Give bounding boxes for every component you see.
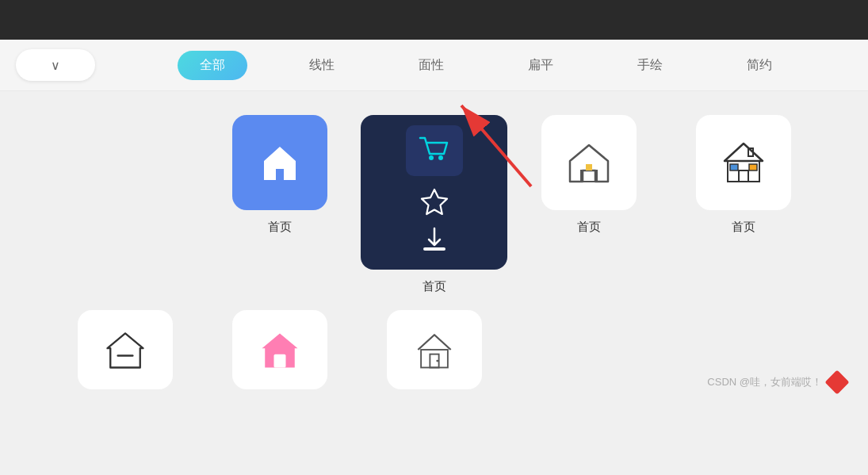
svg-rect-7 <box>586 164 592 170</box>
svg-rect-3 <box>423 247 445 251</box>
list-item[interactable] <box>48 310 202 389</box>
tab-linear[interactable]: 线性 <box>287 51 357 80</box>
svg-rect-11 <box>730 164 738 170</box>
icon-box-outline-home <box>541 115 637 210</box>
content-area: 首页 <box>0 91 868 405</box>
top-bar <box>0 0 868 40</box>
download-icon <box>419 224 450 255</box>
svg-rect-15 <box>273 354 285 368</box>
icon-box-dark-popup: 首页 <box>361 115 507 270</box>
icon-label: 首页 <box>423 279 446 294</box>
home-outline-icon <box>564 137 614 188</box>
icon-box-home-door <box>387 310 482 389</box>
svg-point-1 <box>438 155 443 160</box>
svg-rect-16 <box>421 350 448 368</box>
svg-point-18 <box>436 360 438 362</box>
svg-marker-8 <box>725 144 763 161</box>
icon-box-home-minus <box>78 310 173 389</box>
icon-label: 首页 <box>732 220 755 235</box>
icon-label: 首页 <box>577 220 601 235</box>
svg-point-0 <box>429 155 434 160</box>
icon-label: 首页 <box>268 220 292 235</box>
list-item <box>511 310 666 389</box>
tab-solid[interactable]: 面性 <box>396 51 466 80</box>
tab-handdrawn[interactable]: 手绘 <box>615 51 685 80</box>
list-item <box>48 115 202 294</box>
chevron-down-icon: ∨ <box>51 58 60 73</box>
svg-rect-10 <box>739 170 748 182</box>
cart-icon <box>417 132 452 167</box>
tab-all[interactable]: 全部 <box>178 51 247 80</box>
icon-box-home-pink <box>232 310 327 389</box>
home-door-icon <box>409 326 460 373</box>
watermark-area: CSDN @哇，女前端哎！ <box>707 373 846 391</box>
list-item[interactable] <box>357 310 511 389</box>
list-item[interactable]: 首页 <box>666 115 820 294</box>
dropdown-button[interactable]: ∨ <box>16 49 95 81</box>
icon-box-colored-home <box>696 115 791 210</box>
home-icon <box>256 139 304 186</box>
home-pink-icon <box>254 326 305 373</box>
watermark-text: CSDN @哇，女前端哎！ <box>707 375 822 389</box>
home-minus-icon <box>100 326 151 373</box>
svg-marker-2 <box>422 190 447 214</box>
icon-box-blue-home <box>232 115 327 210</box>
home-colored-icon <box>718 137 769 188</box>
list-item[interactable]: 首页 <box>511 115 666 294</box>
icon-grid-row2 <box>0 310 868 405</box>
list-item[interactable]: 首页 <box>202 115 357 294</box>
filter-bar: ∨ 全部 线性 面性 扁平 手绘 简约 <box>0 40 868 91</box>
red-diamond-icon <box>824 370 849 394</box>
tab-flat[interactable]: 扁平 <box>506 51 575 80</box>
svg-rect-12 <box>749 164 757 170</box>
star-icon <box>419 186 450 218</box>
list-item[interactable]: 首页 首页 <box>357 115 511 294</box>
tab-simple[interactable]: 简约 <box>725 51 794 80</box>
list-item[interactable] <box>202 310 357 389</box>
icon-grid-row1: 首页 <box>0 91 868 310</box>
filter-tabs: 全部 线性 面性 扁平 手绘 简约 <box>119 51 852 80</box>
